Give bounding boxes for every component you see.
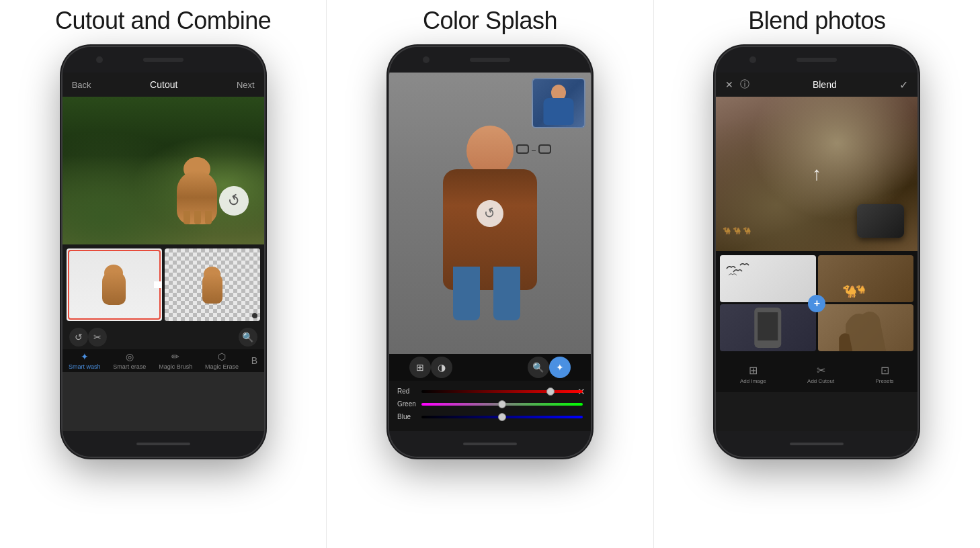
arrow-overlay: ↺ xyxy=(217,184,251,218)
phone-top-bar xyxy=(63,47,264,73)
cs-red-thumb[interactable] xyxy=(546,387,555,396)
tab-magic-brush[interactable]: ✏ Magic Brush xyxy=(159,351,192,370)
tab-magic-erase-label: Magic Erase xyxy=(205,363,239,370)
camels-silhouette: 🐪 🐪 🐪 xyxy=(723,227,751,234)
cs-green-slider-row: Green xyxy=(397,400,583,408)
cs-thumb-man xyxy=(533,79,584,127)
cs-layout-btn[interactable]: ⊞ xyxy=(409,357,431,378)
cs-blue-track[interactable] xyxy=(421,416,583,418)
cs-man-legs xyxy=(453,267,520,320)
blend-phone-speaker xyxy=(797,58,837,62)
magic-brush-icon: ✏ xyxy=(171,351,179,362)
toolbar-tabs: ✦ Smart wash ◎ Smart erase ✏ Magic Brush… xyxy=(63,349,264,372)
lion-leg-1 xyxy=(183,211,190,224)
blend-title: Blend photos xyxy=(748,7,885,35)
cs-blue-thumb[interactable] xyxy=(498,413,506,421)
cutout-toolbar: ↺ ✂ 🔍 ✦ Smart wash ◎ Smart erase ✏ xyxy=(63,325,264,372)
toolbar-icons: ↺ ✂ 🔍 xyxy=(63,325,264,349)
blend-topbar: ✕ ⓘ Blend ✓ xyxy=(716,73,917,97)
cutout-thumbnails xyxy=(63,244,264,325)
cs-sliders-panel: ✕ Red Green Blue xyxy=(389,381,591,431)
cs-contrast-btn[interactable]: ◑ xyxy=(431,357,452,378)
cutout-topbar: Back Cutout Next xyxy=(63,73,264,97)
add-cutout-icon: ✂ xyxy=(817,364,825,377)
cs-search-btn[interactable]: 🔍 xyxy=(528,357,549,378)
cs-main-photo: ↺ xyxy=(389,73,591,354)
cs-home-bar xyxy=(463,443,517,445)
checkerboard-bg xyxy=(165,248,260,321)
undo-btn[interactable]: ↺ xyxy=(69,328,88,347)
blend-thumb-4[interactable] xyxy=(818,304,914,351)
blend-phone-in-screen xyxy=(857,204,904,238)
cs-green-thumb[interactable] xyxy=(498,400,506,408)
birds-svg xyxy=(723,259,770,285)
smart-wash-icon: ✦ xyxy=(81,351,89,362)
svg-rect-4 xyxy=(758,312,778,340)
cs-green-track[interactable] xyxy=(421,403,583,406)
cs-blue-slider-row: Blue xyxy=(397,413,583,420)
add-cutout-btn[interactable]: ✂ Add Cutout xyxy=(807,364,834,384)
lion-leg-2 xyxy=(194,211,201,224)
blend-info-icon[interactable]: ⓘ xyxy=(740,79,749,91)
blend-screen-title: Blend xyxy=(813,79,837,90)
blend-thumb-1[interactable] xyxy=(720,255,816,302)
presets-icon: ⊡ xyxy=(881,364,889,377)
blend-thumb-2[interactable]: 🐪 🐪 xyxy=(818,255,914,302)
thumb-cutout[interactable] xyxy=(165,248,260,321)
add-image-icon: ⊞ xyxy=(749,364,758,377)
zoom-btn[interactable]: 🔍 xyxy=(239,328,257,347)
svg-text:🐪: 🐪 xyxy=(856,284,866,294)
add-image-btn[interactable]: ⊞ Add Image xyxy=(740,364,766,384)
phone-home-bar xyxy=(136,443,190,445)
cs-active-tool-btn[interactable]: ✦ xyxy=(549,357,571,378)
thumb-lion-body-cutout xyxy=(202,273,222,304)
glass-right xyxy=(538,144,551,154)
cutout-main-image: ↺ xyxy=(63,97,264,244)
colorsplash-section: Color Splash xyxy=(327,0,653,548)
cs-red-track[interactable] xyxy=(421,390,583,393)
blend-phone-bottom xyxy=(716,431,917,457)
cs-thumb-man-body xyxy=(543,98,573,125)
cs-phone-bottom xyxy=(389,431,591,457)
cutout-mode-btn[interactable]: ✂ xyxy=(88,328,107,347)
cutout-back-btn[interactable]: Back xyxy=(72,80,91,90)
dot-corner xyxy=(252,313,257,318)
cs-man-glasses xyxy=(516,144,551,151)
tab-smart-erase[interactable]: ◎ Smart erase xyxy=(113,351,146,370)
blend-phone-camera xyxy=(749,56,756,63)
selection-outline xyxy=(68,250,161,320)
camel-2: 🐪 xyxy=(733,227,741,234)
colorsplash-phone: ↺ ⊞ ◑ 🔍 ✦ ✕ Red Green xyxy=(389,47,591,457)
cs-red-slider-row: Red xyxy=(397,387,583,395)
tab-smart-wash[interactable]: ✦ Smart wash xyxy=(69,351,101,370)
cutout-next-btn[interactable]: Next xyxy=(237,80,255,90)
phone-camera xyxy=(96,56,103,63)
cs-phone-camera xyxy=(423,56,430,63)
tab-magic-erase[interactable]: ⬡ Magic Erase xyxy=(205,351,239,370)
presets-btn[interactable]: ⊡ Presets xyxy=(875,364,893,384)
blend-screen: ✕ ⓘ Blend ✓ 🐪 🐪 🐪 xyxy=(716,73,917,431)
b-icon: B xyxy=(251,355,257,366)
blend-thumb-3[interactable] xyxy=(720,304,816,351)
blend-main-image: 🐪 🐪 🐪 ↑ xyxy=(716,97,917,251)
glass-bridge xyxy=(532,150,535,151)
glass-left xyxy=(516,144,529,154)
tab-b[interactable]: B xyxy=(251,355,257,367)
tab-magic-brush-label: Magic Brush xyxy=(159,363,192,370)
lion-legs xyxy=(183,211,212,224)
camel-1: 🐪 xyxy=(723,227,731,234)
glasses-frame xyxy=(516,144,551,154)
cutout-screen-title: Cutout xyxy=(150,79,177,90)
cs-phone-speaker xyxy=(470,58,510,62)
cs-leg-right xyxy=(493,267,520,320)
lion-main-figure xyxy=(170,157,224,224)
thumb-original[interactable] xyxy=(67,248,162,321)
cs-phone-top xyxy=(389,47,591,73)
colorsplash-screen: ↺ ⊞ ◑ 🔍 ✦ ✕ Red Green xyxy=(389,73,591,431)
plus-btn[interactable]: + xyxy=(808,295,825,312)
cs-red-label: Red xyxy=(397,387,416,395)
blend-close-icon[interactable]: ✕ xyxy=(725,79,733,90)
cutout-section: Cutout and Combine Back Cutout Next xyxy=(0,0,326,548)
tab-smart-wash-label: Smart wash xyxy=(69,363,101,370)
blend-confirm-btn[interactable]: ✓ xyxy=(899,79,908,91)
